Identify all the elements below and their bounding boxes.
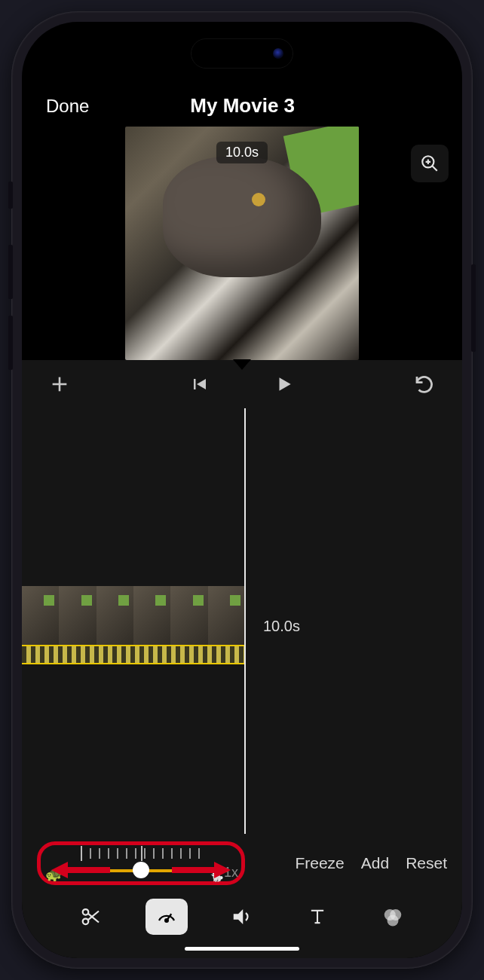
speed-controls-row: 🐢 🐇 1x Freeze Add Reset [22,834,462,888]
video-clip[interactable] [22,586,245,651]
speed-slider-knob[interactable] [133,862,149,878]
text-icon [307,906,328,927]
clip-thumb [208,586,245,651]
svg-marker-17 [234,909,244,924]
project-title: My Movie 3 [190,94,295,118]
volume-up-button [8,245,13,299]
annotation-arrow-left [51,860,112,880]
screen: Done My Movie 3 10.0s [22,22,462,958]
svg-marker-10 [172,862,231,878]
cut-tool[interactable] [70,899,112,935]
undo-icon [413,373,436,395]
add-speed-point-button[interactable]: Add [361,854,389,872]
svg-point-16 [165,919,168,922]
volume-icon [231,905,253,928]
clip-thumb [170,586,207,651]
volume-tool[interactable] [221,899,263,935]
play-icon [274,374,294,394]
preview-row: 10.0s [22,127,462,360]
playhead-marker [233,359,251,370]
preview-viewport[interactable]: 10.0s [125,127,359,360]
home-indicator[interactable] [185,947,299,951]
svg-line-1 [432,166,437,171]
top-bar: Done My Movie 3 [22,94,462,127]
volume-down-button [8,316,13,370]
play-button[interactable] [269,369,299,399]
speed-tool[interactable] [146,899,188,935]
titles-tool[interactable] [296,899,338,935]
playhead-line [244,408,246,834]
undo-button[interactable] [409,369,440,399]
clip-duration-label: 10.0s [263,618,300,635]
timeline[interactable]: 10.0s [22,408,462,834]
iphone-frame: Done My Movie 3 10.0s [11,11,473,969]
editor-area: 10.0s 🐢 🐇 1x Freeze [22,360,462,958]
freeze-button[interactable]: Freeze [295,854,344,872]
clip-thumb [133,586,170,651]
clip-thumb [96,586,133,651]
svg-rect-6 [194,379,196,389]
audio-waveform [22,645,245,664]
clip-thumb [59,586,96,651]
go-to-start-button[interactable] [185,369,215,399]
plus-icon [49,374,70,395]
magnifier-plus-icon [420,154,440,173]
duration-badge: 10.0s [216,142,268,163]
zoom-button[interactable] [411,145,449,182]
scissors-icon [80,905,103,928]
done-button[interactable]: Done [46,96,89,117]
add-media-button[interactable] [44,369,75,399]
svg-marker-7 [197,379,206,389]
reset-speed-button[interactable]: Reset [406,854,447,872]
mute-switch [8,182,13,209]
svg-point-23 [388,915,399,927]
slider-ticks [81,848,201,859]
dynamic-island [191,38,293,69]
power-button [471,264,476,352]
svg-marker-9 [51,862,110,878]
filters-icon [381,905,404,928]
clip-thumb [22,586,59,651]
speed-slider-highlight: 🐢 🐇 1x [37,841,245,885]
filters-tool[interactable] [372,899,414,935]
annotation-arrow-right [170,860,231,880]
svg-marker-8 [280,377,291,390]
skip-back-icon [191,375,209,393]
bottom-toolbar [22,888,462,942]
speedometer-icon [155,905,178,928]
